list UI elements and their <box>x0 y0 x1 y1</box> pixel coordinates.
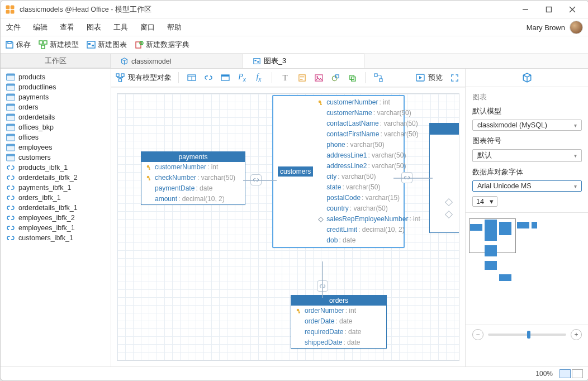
tool-autolayout[interactable] <box>372 72 385 84</box>
resize-handle[interactable] <box>446 212 452 217</box>
tool-function[interactable]: fx <box>253 72 265 84</box>
canvas-area[interactable]: payments customerNumber : intcheckNumber… <box>111 87 465 366</box>
zoom-in-button[interactable]: + <box>571 329 582 340</box>
field-type: : date <box>339 235 355 246</box>
menu-file[interactable]: 文件 <box>6 22 21 32</box>
new-datadict-button[interactable]: 新建数据字典 <box>135 40 189 50</box>
existing-objects-button[interactable]: 现有模型对象 <box>116 73 172 83</box>
tree-item-offices[interactable]: offices <box>1 132 111 142</box>
zoom-out-button[interactable]: − <box>472 329 483 340</box>
tree-item-employees_ibfk_1[interactable]: employees_ibfk_1 <box>1 223 111 233</box>
tree-item-orders[interactable]: orders <box>1 102 111 112</box>
new-model-button[interactable]: 新建模型 <box>39 40 79 50</box>
entity-field[interactable]: requiredDate : date <box>291 327 386 337</box>
entity-payments[interactable]: payments customerNumber : intcheckNumber… <box>141 151 245 205</box>
object-tree[interactable]: productsproductlinespaymentsordersorderd… <box>1 69 111 366</box>
tab-model[interactable]: classixmodel <box>111 54 243 68</box>
zoom-slider[interactable] <box>488 334 566 336</box>
tree-item-products_ibfk_1[interactable]: products_ibfk_1 <box>1 163 111 173</box>
tree-item-employees_ibfk_2[interactable]: employees_ibfk_2 <box>1 213 111 223</box>
resize-handle[interactable] <box>446 199 452 205</box>
minimize-button[interactable] <box>514 1 537 18</box>
tree-item-payments[interactable]: payments <box>1 92 111 102</box>
fullscreen-button[interactable] <box>448 72 461 84</box>
entity-field[interactable]: customerNumber : int <box>313 97 424 108</box>
entity-field[interactable]: paymentDate : date <box>141 183 245 194</box>
menu-window[interactable]: 窗口 <box>140 22 155 32</box>
entity-field[interactable]: contactLastName : varchar(50) <box>313 118 424 129</box>
entity-field[interactable]: dob : date <box>313 235 424 246</box>
relation-anchor[interactable] <box>250 174 262 185</box>
menu-tools[interactable]: 工具 <box>113 22 128 32</box>
tree-item-customers_ibfk_1[interactable]: customers_ibfk_1 <box>1 233 111 243</box>
menu-edit[interactable]: 编辑 <box>33 22 48 32</box>
relation-anchor[interactable] <box>401 172 412 183</box>
save-button[interactable]: 保存 <box>5 40 31 50</box>
layout-toggle-left[interactable] <box>559 369 571 378</box>
tool-procedure[interactable]: Px <box>236 72 248 84</box>
field-name: customerNumber <box>155 162 206 173</box>
menu-diagram[interactable]: 图表 <box>87 22 101 32</box>
entity-field[interactable]: contactFirstName : varchar(50) <box>313 129 424 140</box>
tool-table[interactable] <box>186 72 198 84</box>
entity-field[interactable]: addressLine2 : varchar(50) <box>313 161 424 172</box>
maximize-button[interactable] <box>537 1 561 18</box>
new-diagram-button[interactable]: 新建图表 <box>87 40 127 50</box>
tab-diagram[interactable]: 图表_3 <box>243 54 364 68</box>
tree-item-customers[interactable]: customers <box>1 153 111 163</box>
entity-customers[interactable]: customers customerNumber : intcustomerNa… <box>272 95 405 248</box>
menu-view[interactable]: 查看 <box>60 22 74 32</box>
diagram-icon <box>87 40 96 49</box>
link-icon <box>6 214 15 222</box>
minimap[interactable] <box>466 212 588 325</box>
tab-workspace[interactable]: 工作区 <box>1 54 111 68</box>
entity-field[interactable]: state : varchar(50) <box>313 182 424 193</box>
entity-field[interactable]: country : varchar(50) <box>313 203 424 214</box>
tree-item-orderdetails_ibfk_1[interactable]: orderdetails_ibfk_1 <box>1 203 111 213</box>
title-bar: classicmodels @Head Office - 模型工作区 <box>1 1 588 19</box>
tool-shape[interactable] <box>329 72 342 84</box>
tool-note[interactable] <box>296 72 308 84</box>
font-select[interactable]: Arial Unicode MS▾ <box>472 180 582 192</box>
tree-item-productlines[interactable]: productlines <box>1 82 111 92</box>
entity-field[interactable]: creditLimit : decimal(10, 2) <box>313 225 424 235</box>
relation-anchor[interactable] <box>317 280 328 292</box>
entity-field[interactable]: phone : varchar(50) <box>313 140 424 150</box>
layout-toggle-right[interactable] <box>572 369 583 378</box>
tree-item-orderdetails[interactable]: orderdetails <box>1 112 111 122</box>
notation-select[interactable]: 默认▾ <box>472 149 582 162</box>
tool-image[interactable] <box>312 72 325 84</box>
entity-partial-right[interactable] <box>429 123 459 233</box>
svg-rect-3 <box>11 10 15 14</box>
close-button[interactable] <box>561 1 584 18</box>
link-icon <box>6 234 15 242</box>
tree-item-orderdetails_ibfk_2[interactable]: orderdetails_ibfk_2 <box>1 173 111 183</box>
entity-field[interactable]: orderDate : date <box>291 316 386 327</box>
tree-item-payments_ibfk_1[interactable]: payments_ibfk_1 <box>1 183 111 193</box>
tool-relation[interactable] <box>202 72 215 84</box>
tool-view[interactable] <box>219 72 231 84</box>
entity-field[interactable]: salesRepEmployeeNumber : int <box>313 214 424 225</box>
font-size-select[interactable]: 14▾ <box>472 196 497 207</box>
entity-field[interactable]: amount : decimal(10, 2) <box>141 194 245 204</box>
entity-field[interactable]: checkNumber : varchar(50) <box>141 173 245 183</box>
default-model-select[interactable]: classixmodel (MySQL)▾ <box>472 120 582 131</box>
entity-orders[interactable]: orders orderNumber : intorderDate : date… <box>291 295 387 349</box>
entity-field[interactable]: postalCode : varchar(15) <box>313 193 424 203</box>
menu-help[interactable]: 帮助 <box>167 22 182 32</box>
tree-item-employees[interactable]: employees <box>1 142 111 153</box>
tool-layer[interactable] <box>346 72 358 84</box>
tree-item-products[interactable]: products <box>1 72 111 82</box>
entity-field[interactable]: orderNumber : int <box>291 306 386 316</box>
entity-field[interactable]: customerName : varchar(50) <box>313 108 424 118</box>
entity-field[interactable]: shippedDate : date <box>291 337 386 348</box>
tree-item-offices_bkp[interactable]: offices_bkp <box>1 122 111 132</box>
entity-field[interactable]: addressLine1 : varchar(50) <box>313 150 424 161</box>
tree-item-orders_ibfk_1[interactable]: orders_ibfk_1 <box>1 193 111 203</box>
svg-rect-0 <box>6 6 10 9</box>
svg-rect-73 <box>298 312 300 313</box>
preview-button[interactable]: 预览 <box>416 73 443 83</box>
tool-text[interactable]: T <box>279 72 291 84</box>
avatar[interactable] <box>570 21 583 34</box>
entity-field[interactable]: customerNumber : int <box>141 162 245 173</box>
